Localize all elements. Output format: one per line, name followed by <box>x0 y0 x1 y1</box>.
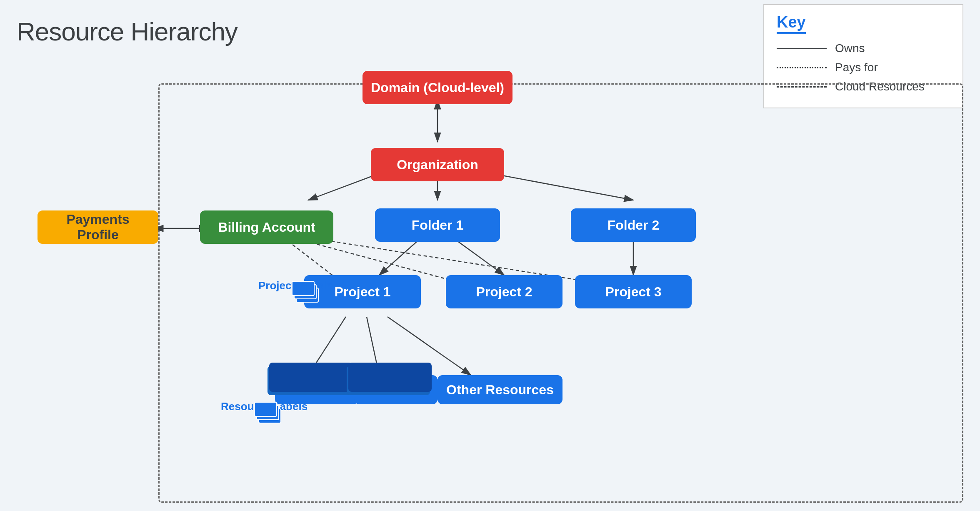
key-title: Key <box>777 13 806 34</box>
payments-profile-node: Payments Profile <box>38 210 158 244</box>
svg-line-3 <box>500 175 633 200</box>
owns-line-icon <box>777 48 827 49</box>
project-labels-stack-icon <box>292 280 321 305</box>
folder1-node: Folder 1 <box>375 208 500 242</box>
other-resources-node: Other Resources <box>438 375 562 404</box>
page-title: Resource Hierarchy <box>17 17 238 46</box>
svg-line-6 <box>458 242 504 275</box>
svg-line-5 <box>379 242 417 275</box>
billing-account-node: Billing Account <box>200 210 333 244</box>
key-item-owns: Owns <box>777 42 950 55</box>
domain-node: Domain (Cloud-level) <box>362 71 512 104</box>
diagram-wrapper: Domain (Cloud-level) Organization Billin… <box>17 58 963 503</box>
resource-labels-stack-icon <box>254 401 283 426</box>
vm-stack-background <box>267 370 358 403</box>
folder2-node: Folder 2 <box>571 208 696 242</box>
organization-node: Organization <box>371 148 504 181</box>
project3-node: Project 3 <box>575 275 692 308</box>
project2-node: Project 2 <box>446 275 562 308</box>
svg-line-1 <box>308 175 375 200</box>
db-stack-background <box>346 370 438 403</box>
